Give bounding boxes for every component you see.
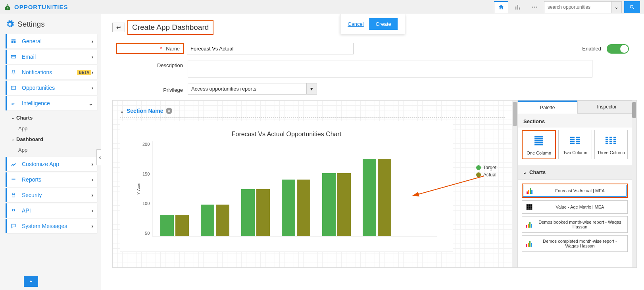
more-button[interactable] (527, 1, 542, 13)
sidebar-title: Settings (6, 20, 97, 29)
sidebar-item-opportunities[interactable]: Opportunities › (6, 81, 97, 95)
message-icon (11, 223, 18, 229)
chart-widget[interactable]: Forecast Vs Actual Opportunities Chart Y… (120, 121, 453, 252)
enabled-toggle[interactable] (607, 44, 629, 54)
enabled-label: Enabled (582, 46, 601, 52)
gear-icon (6, 20, 14, 29)
bar (337, 173, 351, 236)
caret-down-icon: ▾ (310, 86, 313, 92)
ellipsis-icon (531, 4, 538, 11)
beta-badge: BETA (77, 70, 91, 75)
privilege-dropdown-button[interactable]: ▾ (307, 83, 317, 95)
create-button[interactable]: Create (369, 18, 398, 30)
report-icon (11, 177, 18, 182)
home-button[interactable] (494, 1, 508, 13)
svg-point-2 (534, 6, 535, 8)
legend-dot-actual (476, 172, 481, 177)
card-icon (11, 85, 18, 91)
sidebar-item-reports[interactable]: Reports › (6, 172, 97, 187)
chevron-right-icon: › (91, 207, 93, 214)
chevron-right-icon: › (91, 176, 93, 183)
tab-inspector[interactable]: Inspector (577, 101, 637, 114)
tools-icon (11, 161, 18, 167)
subnav-charts[interactable]: ⌄ Charts (10, 112, 97, 123)
chevron-right-icon: › (91, 223, 93, 229)
subnav-dashboard[interactable]: ⌄ Dashboard (10, 134, 97, 145)
caret-down-icon: ⌄ (11, 115, 15, 120)
envelope-icon (11, 54, 18, 60)
search-icon (629, 4, 635, 10)
dashboard-canvas[interactable]: ⌄ Section Name ✕ Forecast Vs Actual Oppo… (113, 101, 512, 267)
section-two-column[interactable]: Two Column (558, 130, 592, 159)
bar-group (282, 180, 310, 236)
chevron-down-icon: ⌄ (523, 169, 527, 175)
bar (378, 159, 391, 236)
bar-chart-icon (514, 4, 521, 11)
bar (256, 189, 270, 236)
subnav-dashboard-app[interactable]: App (10, 145, 97, 155)
sidebar-item-system-messages[interactable]: System Messages › (6, 219, 97, 233)
sidebar-item-api[interactable]: API › (6, 203, 97, 218)
sidebar-item-general[interactable]: General › (6, 34, 97, 48)
privilege-select[interactable]: Access opportunities reports (188, 83, 307, 95)
sidebar-item-customize[interactable]: Customize App › (6, 157, 97, 171)
bar-group (241, 189, 270, 236)
sidebar-item-notifications[interactable]: Notifications BETA › (6, 65, 97, 79)
lock-icon (11, 192, 18, 198)
section-collapse-button[interactable]: ⌄ (120, 108, 124, 114)
bar-chart-icon (526, 221, 533, 228)
chart-item-value-age-matrix[interactable]: Value - Age Matrix | MEA (522, 200, 628, 214)
charts-heading-toggle[interactable]: ⌄ Charts (518, 165, 632, 180)
plug-icon (11, 208, 18, 213)
chart-item-demos-completed[interactable]: Demos completed month-wise report - Waqa… (522, 235, 628, 252)
sidebar-item-security[interactable]: Security › (6, 188, 97, 202)
bar (160, 215, 174, 236)
sections-heading: Sections (518, 114, 632, 128)
chevron-down-icon: ⌄ (88, 100, 93, 106)
description-input[interactable] (188, 60, 592, 77)
top-bar: $ OPPORTUNITIES ⌄ (0, 0, 644, 14)
cancel-link[interactable]: Cancel (348, 21, 363, 27)
section-title[interactable]: Section Name (127, 108, 163, 114)
sidebar-item-intelligence[interactable]: Intelligence ⌄ (6, 96, 97, 110)
y-axis-label: Y Axis (136, 183, 141, 195)
palette-scrollbar[interactable] (632, 101, 636, 267)
tab-palette[interactable]: Palette (518, 101, 577, 114)
legend-dot-target (476, 165, 481, 170)
sidebar-item-email[interactable]: Email › (6, 50, 97, 64)
search-input[interactable] (544, 1, 611, 13)
bar-group (201, 205, 229, 236)
action-panel: Cancel Create (340, 14, 405, 34)
subnav-charts-app[interactable]: App (10, 123, 97, 134)
palette-panel: Palette Inspector Sections One Column (517, 101, 636, 267)
chevron-up-icon (28, 278, 34, 284)
svg-rect-9 (12, 87, 14, 87)
back-button[interactable]: ↩ (112, 23, 125, 32)
chevron-right-icon: › (91, 161, 93, 167)
chevron-right-icon: › (91, 54, 93, 60)
list-icon (11, 101, 18, 106)
chevron-down-icon: ⌄ (614, 4, 619, 10)
chart-item-demos-booked[interactable]: Demos booked month-wise report - Waqas H… (522, 216, 628, 233)
search-button[interactable] (624, 1, 640, 13)
section-three-column[interactable]: Three Column (594, 130, 628, 159)
analytics-button[interactable] (511, 1, 525, 13)
name-input[interactable] (187, 43, 354, 54)
bar (297, 180, 310, 236)
money-bag-icon: $ (4, 4, 11, 11)
bar (216, 205, 229, 236)
name-label: * Name (116, 43, 184, 54)
bar (241, 189, 255, 236)
scroll-top-button[interactable] (24, 276, 38, 287)
chevron-right-icon: › (91, 192, 93, 198)
search-dropdown[interactable]: ⌄ (611, 1, 622, 13)
chevron-right-icon: › (91, 85, 93, 91)
section-one-column[interactable]: One Column (522, 130, 556, 159)
svg-rect-10 (12, 195, 15, 197)
canvas-scrollbar[interactable] (512, 101, 517, 267)
svg-point-3 (536, 6, 537, 8)
chart-item-forecast-vs-actual[interactable]: Forecast Vs Actual | MEA (522, 184, 628, 198)
svg-point-4 (630, 5, 633, 8)
privilege-label: Privilege (116, 85, 188, 93)
section-remove-button[interactable]: ✕ (166, 108, 172, 114)
